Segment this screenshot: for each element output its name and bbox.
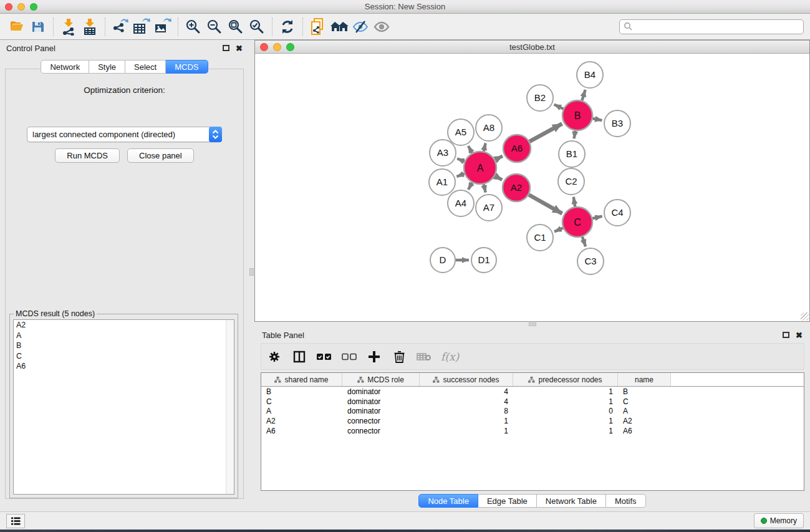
graph-edge-A-A1[interactable] (456, 174, 464, 177)
cell-shared-name[interactable]: A (261, 407, 342, 415)
graph-node-C4[interactable]: C4 (604, 200, 630, 226)
close-panel-button[interactable]: Close panel (127, 148, 194, 163)
splitter-grip[interactable] (529, 322, 536, 326)
graph-node-A8[interactable]: A8 (476, 115, 502, 141)
cell-shared-name[interactable]: A2 (261, 417, 342, 425)
zoom-fit-icon[interactable] (225, 16, 246, 37)
cell-successor-nodes[interactable]: 8 (420, 407, 513, 415)
network-canvas[interactable]: B4B2BB3A5A8A6B1A3AC2A1A2A4A7CC4C1C3DD1 (255, 54, 809, 321)
first-neighbors-icon[interactable] (329, 16, 350, 37)
cell-predecessor-nodes[interactable]: 1 (513, 427, 618, 435)
cell-predecessor-nodes[interactable]: 1 (513, 387, 618, 396)
result-list-item[interactable]: B (14, 341, 234, 351)
memory-button[interactable]: Memory (754, 513, 804, 528)
tab-node-table[interactable]: Node Table (418, 494, 478, 508)
delete-table-icon[interactable] (416, 349, 432, 365)
graph-node-B2[interactable]: B2 (527, 85, 553, 111)
graph-node-A2[interactable]: A2 (503, 174, 530, 201)
cell-mcds-role[interactable]: connector (342, 427, 420, 435)
open-file-icon[interactable] (6, 16, 27, 37)
search-field[interactable] (619, 19, 804, 34)
graph-node-C[interactable]: C (562, 207, 592, 237)
cell-name[interactable]: C (618, 397, 671, 406)
tab-mcds[interactable]: MCDS (166, 60, 208, 74)
tab-motifs[interactable]: Motifs (606, 494, 646, 508)
vertical-splitter[interactable] (249, 40, 254, 511)
graph-node-C3[interactable]: C3 (577, 248, 604, 274)
table-row[interactable]: C dominator 4 1 C (261, 397, 804, 407)
select-all-icon[interactable] (316, 349, 332, 365)
deselect-all-icon[interactable] (341, 349, 357, 365)
zoom-out-icon[interactable] (204, 16, 225, 37)
cell-predecessor-nodes[interactable]: 0 (513, 407, 618, 415)
horizontal-splitter[interactable] (254, 322, 810, 327)
cell-name[interactable]: A (618, 407, 671, 415)
graph-edge-A6-B[interactable] (529, 123, 562, 142)
delete-icon[interactable] (391, 349, 407, 365)
column-header-name[interactable]: name (618, 373, 671, 386)
cell-successor-nodes[interactable]: 1 (420, 417, 513, 425)
graph-edge-B-B1[interactable] (574, 131, 576, 139)
result-list-item[interactable]: A2 (14, 320, 234, 331)
graph-edge-A2-C[interactable] (529, 195, 562, 213)
criterion-dropdown[interactable]: largest connected component (directed) (27, 127, 222, 142)
cell-mcds-role[interactable]: dominator (342, 397, 420, 406)
cell-successor-nodes[interactable]: 1 (420, 427, 513, 435)
graph-node-C1[interactable]: C1 (527, 225, 553, 251)
splitter-grip[interactable] (249, 268, 254, 276)
refresh-layout-icon[interactable] (277, 16, 298, 37)
cell-name[interactable]: A6 (618, 427, 671, 435)
network-window-titlebar[interactable]: testGlobe.txt (255, 41, 809, 54)
cell-name[interactable]: A2 (618, 417, 671, 425)
graph-node-B[interactable]: B (562, 100, 592, 130)
graph-node-A3[interactable]: A3 (430, 140, 456, 166)
save-session-icon[interactable] (27, 16, 49, 37)
graph-node-B1[interactable]: B1 (559, 141, 585, 167)
graph-edge-B-B4[interactable] (582, 90, 585, 100)
tab-network-table[interactable]: Network Table (537, 494, 606, 508)
result-list-item[interactable]: A (14, 331, 234, 341)
float-panel-icon[interactable] (783, 332, 789, 338)
graph-edge-A-A2[interactable] (495, 176, 503, 180)
graph-node-A5[interactable]: A5 (448, 119, 474, 145)
graph-node-A1[interactable]: A1 (429, 169, 455, 195)
network-graph[interactable]: B4B2BB3A5A8A6B1A3AC2A1A2A4A7CC4C1C3DD1 (255, 54, 809, 321)
column-header-shared-name[interactable]: shared name (261, 373, 342, 386)
result-list-item[interactable]: C (14, 351, 234, 362)
column-visibility-icon[interactable] (291, 349, 307, 365)
graph-node-B4[interactable]: B4 (577, 62, 603, 88)
cell-shared-name[interactable]: A6 (261, 427, 342, 435)
column-header-successor-nodes[interactable]: successor nodes (420, 373, 513, 386)
show-all-icon[interactable] (371, 16, 392, 37)
export-table-icon[interactable] (131, 16, 152, 37)
graph-edge-B-B3[interactable] (592, 118, 602, 120)
result-scrollbar[interactable] (226, 320, 234, 494)
graph-edge-C-C4[interactable] (592, 216, 602, 219)
graph-edge-C-C2[interactable] (574, 197, 575, 207)
run-mcds-button[interactable]: Run MCDS (55, 148, 120, 163)
window-resize-grip[interactable] (801, 312, 809, 321)
tab-select[interactable]: Select (125, 60, 166, 74)
add-column-icon[interactable] (366, 349, 382, 365)
graph-edge-A-A4[interactable] (468, 183, 472, 190)
export-network-icon[interactable] (110, 16, 131, 37)
graph-node-D1[interactable]: D1 (471, 248, 496, 273)
result-list-item[interactable]: A6 (14, 361, 234, 372)
cell-mcds-role[interactable]: dominator (342, 387, 420, 396)
gear-icon[interactable] (266, 349, 282, 365)
graph-node-A6[interactable]: A6 (503, 135, 531, 162)
cell-predecessor-nodes[interactable]: 1 (513, 397, 618, 406)
graph-edge-C-C3[interactable] (582, 237, 586, 247)
zoom-selected-icon[interactable] (246, 16, 268, 37)
cell-successor-nodes[interactable]: 4 (420, 387, 513, 396)
import-table-icon[interactable] (79, 16, 100, 37)
tab-network[interactable]: Network (41, 60, 89, 74)
table-row[interactable]: A6 connector 1 1 A6 (261, 426, 804, 436)
cell-shared-name[interactable]: B (261, 387, 342, 396)
cell-mcds-role[interactable]: connector (342, 417, 420, 425)
export-image-icon[interactable] (152, 16, 173, 37)
hide-selected-icon[interactable] (350, 16, 371, 37)
zoom-in-icon[interactable] (183, 16, 204, 37)
close-panel-icon[interactable]: ✖ (796, 331, 803, 339)
tab-edge-table[interactable]: Edge Table (478, 494, 537, 508)
